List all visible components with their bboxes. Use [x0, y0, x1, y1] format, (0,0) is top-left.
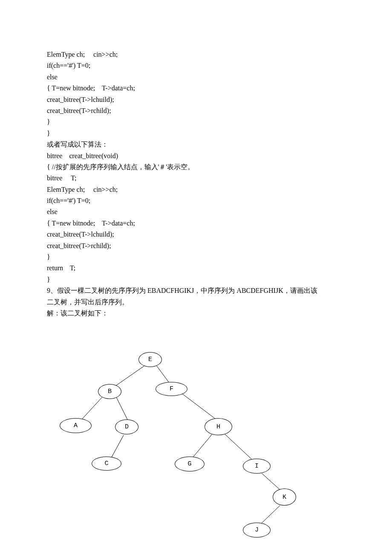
code-line: } — [47, 274, 345, 285]
code-line: creat_bitree(T->lchuild); — [47, 94, 345, 105]
code-line: { T=new bitnode; T->data=ch; — [47, 218, 345, 229]
svg-line-0 — [115, 365, 146, 386]
code-line: return T; — [47, 263, 345, 274]
svg-line-9 — [260, 506, 280, 525]
answer-line: 解：该二叉树如下： — [47, 308, 345, 319]
code-line: else — [47, 206, 345, 217]
svg-line-7 — [224, 433, 256, 463]
code-line: bitree T; — [47, 173, 345, 184]
code-line: } — [47, 251, 345, 263]
svg-line-2 — [81, 395, 104, 420]
text-line: 或者写成以下算法： — [47, 139, 345, 150]
svg-line-6 — [192, 433, 213, 459]
code-line: { //按扩展的先序序列输入结点，输入'＃'表示空。 — [47, 162, 345, 173]
code-line: } — [47, 128, 345, 139]
svg-line-5 — [179, 391, 217, 420]
code-line: { T=new bitnode; T->data=ch; — [47, 83, 345, 94]
tree-edges — [47, 352, 345, 555]
code-line: ElemType ch; cin>>ch; — [47, 184, 345, 195]
code-line: } — [47, 116, 345, 127]
code-line: bitree creat_bitree(void) — [47, 150, 345, 162]
svg-line-3 — [115, 395, 128, 420]
question-line: 二叉树，并写出后序序列。 — [47, 297, 345, 308]
code-line: creat_bitree(T->rchild); — [47, 240, 345, 251]
document-page: ElemType ch; cin>>ch; if(ch=='#') T=0; e… — [0, 0, 392, 555]
binary-tree-diagram: E B F A D H C G I K J — [47, 352, 345, 555]
code-line: ElemType ch; cin>>ch; — [47, 49, 345, 60]
code-line: if(ch=='#') T=0; — [47, 195, 345, 206]
code-line: creat_bitree(T->rchild); — [47, 105, 345, 116]
question-line: 9、假设一棵二叉树的先序序列为 EBADCFHGIKJ，中序序列为 ABCDEF… — [47, 285, 345, 296]
code-line: if(ch=='#') T=0; — [47, 60, 345, 71]
code-line: creat_bitree(T->lchuild); — [47, 229, 345, 240]
svg-line-4 — [111, 435, 124, 459]
code-line: else — [47, 72, 345, 83]
